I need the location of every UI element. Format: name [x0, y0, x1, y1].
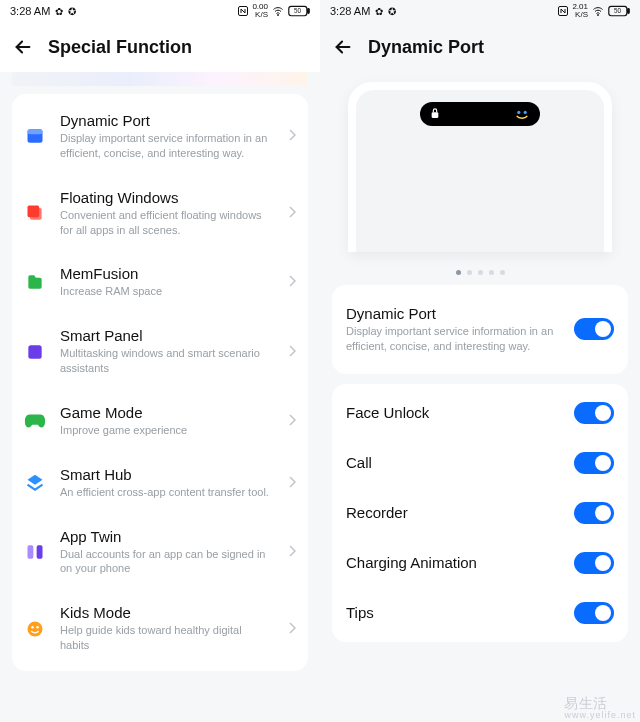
- left-panel: 3:28 AM ✿ ✪ 0.00K/S 50 Special Function …: [0, 0, 320, 722]
- smart-hub-icon: [24, 472, 46, 494]
- item-desc: An efficient cross-app content transfer …: [60, 485, 274, 500]
- item-title: Smart Hub: [60, 466, 274, 483]
- toggle-call[interactable]: [574, 452, 614, 474]
- row-title: Dynamic Port: [346, 305, 574, 322]
- item-desc: Increase RAM space: [60, 284, 274, 299]
- row-tips[interactable]: Tips: [332, 588, 628, 638]
- settings-card: Dynamic Port Display important service i…: [12, 94, 308, 671]
- status-time: 3:28 AM: [10, 5, 50, 17]
- svg-rect-18: [628, 9, 630, 14]
- status-right: 0.00K/S 50: [237, 3, 310, 19]
- app-twin-icon: [24, 541, 46, 563]
- svg-text:50: 50: [294, 7, 301, 14]
- header-divider: [12, 72, 308, 86]
- row-charging-animation[interactable]: Charging Animation: [332, 538, 628, 588]
- row-call[interactable]: Call: [332, 438, 628, 488]
- wifi-icon: [591, 5, 605, 17]
- status-bar: 3:28 AM ✿ ✪ 2.01K/S 50: [320, 0, 640, 22]
- right-panel: 3:28 AM ✿ ✪ 2.01K/S 50 Dynamic Port: [320, 0, 640, 722]
- dot-2[interactable]: [467, 270, 472, 275]
- page-title: Special Function: [48, 37, 192, 58]
- item-desc: Multitasking windows and smart scenario …: [60, 346, 274, 376]
- back-button[interactable]: [12, 36, 34, 58]
- item-smart-panel[interactable]: Smart Panel Multitasking windows and sma…: [12, 313, 308, 390]
- chevron-right-icon: [288, 273, 296, 291]
- row-recorder[interactable]: Recorder: [332, 488, 628, 538]
- memfusion-icon: [24, 271, 46, 293]
- item-title: Smart Panel: [60, 327, 274, 344]
- phone-preview: [348, 82, 612, 252]
- item-desc: Improve game experience: [60, 423, 274, 438]
- dot-5[interactable]: [500, 270, 505, 275]
- item-desc: Display important service information in…: [60, 131, 274, 161]
- item-game-mode[interactable]: Game Mode Improve game experience: [12, 390, 308, 452]
- title-bar: Dynamic Port: [320, 22, 640, 72]
- item-title: App Twin: [60, 528, 274, 545]
- nfc-icon: [557, 5, 569, 17]
- toggle-recorder[interactable]: [574, 502, 614, 524]
- toggle-charging-animation[interactable]: [574, 552, 614, 574]
- battery-icon: 50: [288, 5, 310, 17]
- toggle-dynamic-port[interactable]: [574, 318, 614, 340]
- row-title: Face Unlock: [346, 404, 574, 421]
- gear-icon: ✿: [55, 6, 63, 17]
- chevron-right-icon: [288, 343, 296, 361]
- svg-point-14: [36, 626, 39, 629]
- nfc-icon: [237, 5, 249, 17]
- toggle-face-unlock[interactable]: [574, 402, 614, 424]
- svg-rect-3: [308, 9, 310, 14]
- item-floating-windows[interactable]: Floating Windows Convenient and efficien…: [12, 175, 308, 252]
- row-face-unlock[interactable]: Face Unlock: [332, 388, 628, 438]
- pagination-dots[interactable]: [320, 256, 640, 285]
- dynamic-port-icon: [24, 125, 46, 147]
- item-title: MemFusion: [60, 265, 274, 282]
- svg-rect-6: [28, 130, 43, 135]
- item-app-twin[interactable]: App Twin Dual accounts for an app can be…: [12, 514, 308, 591]
- dynamic-port-toggle-row[interactable]: Dynamic Port Display important service i…: [332, 289, 628, 370]
- item-title: Kids Mode: [60, 604, 274, 621]
- shield-icon: ✪: [388, 6, 396, 17]
- dot-1[interactable]: [456, 270, 461, 275]
- gear-icon: ✿: [375, 6, 383, 17]
- svg-rect-11: [37, 545, 43, 558]
- svg-text:50: 50: [614, 7, 621, 14]
- lock-icon: [430, 107, 440, 121]
- kids-mode-icon: [24, 618, 46, 640]
- item-title: Dynamic Port: [60, 112, 274, 129]
- item-memfusion[interactable]: MemFusion Increase RAM space: [12, 251, 308, 313]
- dot-3[interactable]: [478, 270, 483, 275]
- toggle-tips[interactable]: [574, 602, 614, 624]
- status-bar: 3:28 AM ✿ ✪ 0.00K/S 50: [0, 0, 320, 22]
- svg-rect-20: [432, 112, 439, 118]
- item-title: Floating Windows: [60, 189, 274, 206]
- dot-4[interactable]: [489, 270, 494, 275]
- item-desc: Dual accounts for an app can be signed i…: [60, 547, 274, 577]
- row-desc: Display important service information in…: [346, 324, 574, 354]
- back-button[interactable]: [332, 36, 354, 58]
- wifi-icon: [271, 5, 285, 17]
- svg-point-12: [28, 621, 43, 636]
- chevron-right-icon: [288, 620, 296, 638]
- chevron-right-icon: [288, 204, 296, 222]
- svg-point-22: [524, 111, 527, 114]
- svg-rect-9: [28, 345, 41, 358]
- svg-rect-10: [28, 545, 34, 558]
- game-mode-icon: [24, 410, 46, 432]
- item-smart-hub[interactable]: Smart Hub An efficient cross-app content…: [12, 452, 308, 514]
- svg-point-16: [598, 15, 599, 16]
- status-right: 2.01K/S 50: [557, 3, 630, 19]
- toggles-card: Face Unlock Call Recorder Charging Anima…: [332, 384, 628, 642]
- item-kids-mode[interactable]: Kids Mode Help guide kids toward healthy…: [12, 590, 308, 667]
- status-time: 3:28 AM: [330, 5, 370, 17]
- hero-card: Dynamic Port Display important service i…: [332, 285, 628, 374]
- smart-panel-icon: [24, 341, 46, 363]
- page-title: Dynamic Port: [368, 37, 484, 58]
- svg-point-1: [278, 15, 279, 16]
- item-dynamic-port[interactable]: Dynamic Port Display important service i…: [12, 98, 308, 175]
- row-title: Tips: [346, 604, 574, 621]
- item-desc: Convenient and efficient floating window…: [60, 208, 274, 238]
- arrow-left-icon: [332, 36, 354, 58]
- chevron-right-icon: [288, 543, 296, 561]
- shield-icon: ✪: [68, 6, 76, 17]
- row-title: Charging Animation: [346, 554, 574, 571]
